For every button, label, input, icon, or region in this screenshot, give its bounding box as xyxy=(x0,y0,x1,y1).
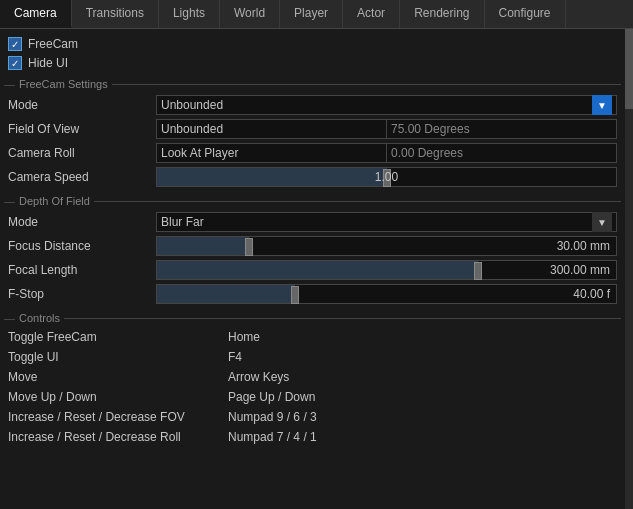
fov-row: Field Of View Unbounded 75.00 Degrees xyxy=(4,117,621,141)
focus-distance-slider[interactable]: 30.00 mm xyxy=(156,236,617,256)
scrollbar[interactable] xyxy=(625,29,633,509)
control-label-2: Move xyxy=(8,370,228,384)
tab-rendering[interactable]: Rendering xyxy=(400,0,484,28)
focal-length-thumb[interactable] xyxy=(474,262,482,280)
focus-distance-control: 30.00 mm xyxy=(156,236,617,256)
camera-speed-control: 1.00 xyxy=(156,167,617,187)
focus-distance-thumb[interactable] xyxy=(245,238,253,256)
mode-dropdown-value: Unbounded xyxy=(161,98,223,112)
control-row-2: Move Arrow Keys xyxy=(4,367,621,387)
camera-roll-row: Camera Roll Look At Player 0.00 Degrees xyxy=(4,141,621,165)
focal-length-value: 300.00 mm xyxy=(550,263,610,277)
freecam-section-header: FreeCam Settings xyxy=(4,78,621,90)
control-row-5: Increase / Reset / Decrease Roll Numpad … xyxy=(4,427,621,447)
freecam-label: FreeCam xyxy=(28,37,78,51)
focus-distance-row: Focus Distance 30.00 mm xyxy=(4,234,621,258)
dof-mode-row: Mode Blur Far ▼ xyxy=(4,210,621,234)
focal-length-slider[interactable]: 300.00 mm xyxy=(156,260,617,280)
control-row-0: Toggle FreeCam Home xyxy=(4,327,621,347)
camera-roll-dual-field: Look At Player 0.00 Degrees xyxy=(156,143,617,163)
camera-roll-left-field[interactable]: Look At Player xyxy=(156,143,387,163)
control-row-4: Increase / Reset / Decrease FOV Numpad 9… xyxy=(4,407,621,427)
content-area: ✓ FreeCam ✓ Hide UI FreeCam Settings Mod… xyxy=(0,29,625,453)
mode-row: Mode Unbounded ▼ xyxy=(4,93,621,117)
focus-distance-value: 30.00 mm xyxy=(557,239,610,253)
tab-player[interactable]: Player xyxy=(280,0,343,28)
camera-roll-label: Camera Roll xyxy=(8,146,156,160)
focal-length-track xyxy=(157,261,478,279)
camera-speed-row: Camera Speed 1.00 xyxy=(4,165,621,189)
control-row-1: Toggle UI F4 xyxy=(4,347,621,367)
fov-label: Field Of View xyxy=(8,122,156,136)
camera-roll-right-field: 0.00 Degrees xyxy=(387,143,617,163)
content-inner: ✓ FreeCam ✓ Hide UI FreeCam Settings Mod… xyxy=(0,29,625,453)
hideui-checkbox[interactable]: ✓ xyxy=(8,56,22,70)
fov-dual-field: Unbounded 75.00 Degrees xyxy=(156,119,617,139)
fstop-row: F-Stop 40.00 f xyxy=(4,282,621,306)
fov-right-field: 75.00 Degrees xyxy=(387,119,617,139)
control-label-4: Increase / Reset / Decrease FOV xyxy=(8,410,228,424)
tab-bar: Camera Transitions Lights World Player A… xyxy=(0,0,633,29)
dof-section-header: Depth Of Field xyxy=(4,195,621,207)
tab-configure[interactable]: Configure xyxy=(485,0,566,28)
control-row-3: Move Up / Down Page Up / Down xyxy=(4,387,621,407)
control-label-1: Toggle UI xyxy=(8,350,228,364)
focus-distance-track xyxy=(157,237,249,255)
dof-mode-dropdown-arrow[interactable]: ▼ xyxy=(592,212,612,232)
tab-transitions[interactable]: Transitions xyxy=(72,0,159,28)
dof-mode-dropdown[interactable]: Blur Far ▼ xyxy=(156,212,617,232)
fstop-value: 40.00 f xyxy=(573,287,610,301)
focus-distance-label: Focus Distance xyxy=(8,239,156,253)
camera-speed-value: 1.00 xyxy=(157,170,616,184)
camera-speed-slider[interactable]: 1.00 xyxy=(156,167,617,187)
dof-mode-label: Mode xyxy=(8,215,156,229)
tab-lights[interactable]: Lights xyxy=(159,0,220,28)
control-label-5: Increase / Reset / Decrease Roll xyxy=(8,430,228,444)
fstop-thumb[interactable] xyxy=(291,286,299,304)
control-label-0: Toggle FreeCam xyxy=(8,330,228,344)
fstop-slider[interactable]: 40.00 f xyxy=(156,284,617,304)
fov-control: Unbounded 75.00 Degrees xyxy=(156,119,617,139)
hideui-checkbox-row[interactable]: ✓ Hide UI xyxy=(4,54,621,72)
app-container: Camera Transitions Lights World Player A… xyxy=(0,0,633,509)
camera-speed-label: Camera Speed xyxy=(8,170,156,184)
dof-mode-value: Blur Far xyxy=(161,215,204,229)
fstop-label: F-Stop xyxy=(8,287,156,301)
control-value-0: Home xyxy=(228,330,260,344)
dof-mode-control: Blur Far ▼ xyxy=(156,212,617,232)
fov-left-field[interactable]: Unbounded xyxy=(156,119,387,139)
hideui-label: Hide UI xyxy=(28,56,68,70)
mode-dropdown[interactable]: Unbounded ▼ xyxy=(156,95,617,115)
control-value-3: Page Up / Down xyxy=(228,390,315,404)
tab-camera[interactable]: Camera xyxy=(0,0,72,28)
tab-actor[interactable]: Actor xyxy=(343,0,400,28)
fstop-track xyxy=(157,285,295,303)
mode-label: Mode xyxy=(8,98,156,112)
camera-roll-control: Look At Player 0.00 Degrees xyxy=(156,143,617,163)
control-value-5: Numpad 7 / 4 / 1 xyxy=(228,430,317,444)
focal-length-label: Focal Length xyxy=(8,263,156,277)
scroll-thumb[interactable] xyxy=(625,29,633,109)
controls-section-header: Controls xyxy=(4,312,621,324)
control-value-4: Numpad 9 / 6 / 3 xyxy=(228,410,317,424)
mode-control: Unbounded ▼ xyxy=(156,95,617,115)
freecam-checkbox-row[interactable]: ✓ FreeCam xyxy=(4,35,621,53)
focal-length-row: Focal Length 300.00 mm xyxy=(4,258,621,282)
mode-dropdown-arrow[interactable]: ▼ xyxy=(592,95,612,115)
control-label-3: Move Up / Down xyxy=(8,390,228,404)
tab-world[interactable]: World xyxy=(220,0,280,28)
control-value-2: Arrow Keys xyxy=(228,370,289,384)
freecam-checkbox[interactable]: ✓ xyxy=(8,37,22,51)
control-value-1: F4 xyxy=(228,350,242,364)
fstop-control: 40.00 f xyxy=(156,284,617,304)
focal-length-control: 300.00 mm xyxy=(156,260,617,280)
